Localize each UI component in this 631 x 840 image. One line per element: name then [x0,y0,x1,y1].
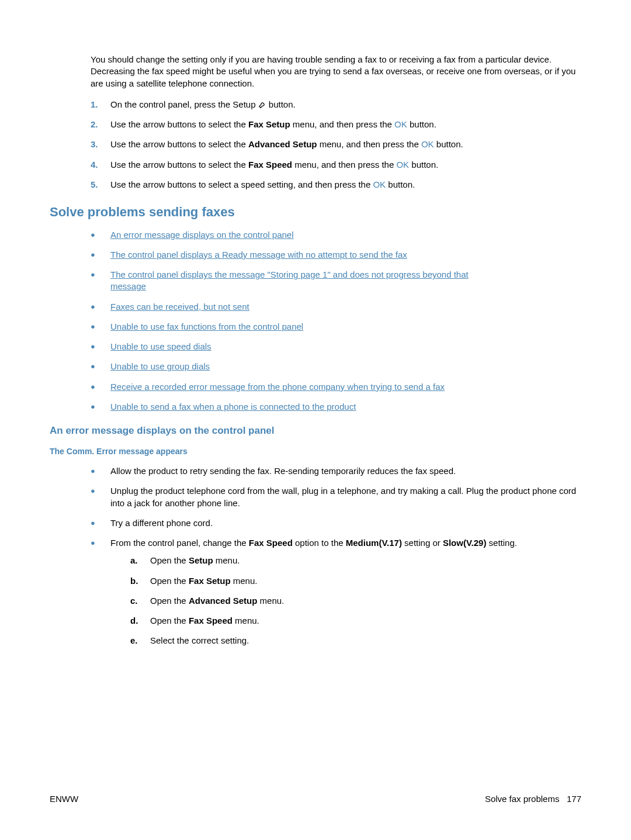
link-line-2: message [110,281,146,291]
text-part: menu. [257,596,284,606]
link-wrapper: The control panel displays a Ready messa… [110,249,581,261]
link-phone-connected[interactable]: Unable to send a fax when a phone is con… [110,402,356,412]
list-item: ●Allow the product to retry sending the … [91,465,581,477]
troubleshoot-list: ●Allow the product to retry sending the … [91,465,581,655]
list-text: Allow the product to retry sending the f… [110,465,581,477]
sub-step-text: Open the Fax Speed menu. [150,615,581,627]
text-part: On the control panel, press the Setup [110,99,258,109]
step-1: 1. On the control panel, press the Setup… [91,99,581,110]
link-wrapper: Unable to send a fax when a phone is con… [110,401,581,413]
link-line-1: The control panel displays the message "… [110,269,469,279]
bullet-icon: ● [91,301,110,313]
bold-text: Fax Setup [189,576,231,586]
link-wrapper: Faxes can be received, but not sent [110,301,581,313]
bold-text: Fax Speed [189,616,233,625]
bold-text: Setup [189,555,213,565]
bullet-icon: ● [91,537,110,549]
ok-text: OK [373,179,386,189]
bold-text: Medium(V.17) [346,538,402,548]
text-part: Open the [150,555,189,565]
footer-page-number: 177 [567,794,581,804]
link-recorded-error[interactable]: Receive a recorded error message from th… [110,382,445,392]
bullet-icon: ● [91,517,110,529]
bullet-icon: ● [91,401,110,413]
sub-step-letter: d. [130,615,150,627]
bold-text: Advanced Setup [189,596,258,606]
step-3: 3. Use the arrow buttons to select the A… [91,139,581,150]
text-part: button. [407,119,436,129]
ok-text: OK [394,119,407,129]
list-item: ●Unplug the product telephone cord from … [91,485,581,509]
footer-right: Solve fax problems 177 [485,793,581,805]
sub-step-letter: a. [130,555,150,566]
text-part: menu, and then press the [292,160,396,170]
bullet-icon: ● [91,381,110,393]
sub-heading-1: An error message displays on the control… [50,424,581,438]
step-number: 1. [91,99,110,110]
text-part: button. [434,139,463,149]
link-wrapper: Receive a recorded error message from th… [110,381,581,393]
link-list: ●An error message displays on the contro… [91,229,581,413]
bold-text: Fax Setup [248,119,290,129]
text-part: menu, and then press the [317,139,421,149]
step-2: 2. Use the arrow buttons to select the F… [91,119,581,130]
bullet-icon: ● [91,269,110,281]
link-wrapper: Unable to use speed dials [110,341,581,352]
bold-text: Fax Speed [248,160,292,170]
bold-text: Fax Speed [249,538,293,548]
sub-heading-2: The Comm. Error message appears [50,446,581,457]
sub-step-d: d.Open the Fax Speed menu. [130,615,581,627]
step-number: 5. [91,179,110,191]
sub-step-b: b.Open the Fax Setup menu. [130,575,581,587]
list-item: ● From the control panel, change the Fax… [91,537,581,655]
bullet-icon: ● [91,249,110,261]
text-part: From the control panel, change the [110,538,249,548]
content-block: You should change the setting only if yo… [91,54,581,655]
sub-step-text: Open the Setup menu. [150,555,581,566]
text-part: Use the arrow buttons to select the [110,119,248,129]
text-part: Use the arrow buttons to select a speed … [110,179,373,189]
text-part: Open the [150,576,189,586]
link-ready-no-attempt[interactable]: The control panel displays a Ready messa… [110,250,407,260]
sub-step-text: Open the Advanced Setup menu. [150,595,581,607]
bullet-icon: ● [91,341,110,352]
list-item: ●The control panel displays the message … [91,269,581,293]
step-text: Use the arrow buttons to select the Adva… [110,139,581,150]
list-item: ●Unable to use speed dials [91,341,581,352]
link-received-not-sent[interactable]: Faxes can be received, but not sent [110,302,249,312]
footer-section-name: Solve fax problems [485,794,560,804]
step-text: On the control panel, press the Setup bu… [110,99,581,110]
list-item: ●Unable to use fax functions from the co… [91,321,581,333]
bullet-icon: ● [91,321,110,333]
link-speed-dials[interactable]: Unable to use speed dials [110,341,212,351]
page: You should change the setting only if yo… [0,0,631,840]
text-part: button. [266,99,296,109]
link-fax-functions[interactable]: Unable to use fax functions from the con… [110,322,303,331]
step-4: 4. Use the arrow buttons to select the F… [91,159,581,171]
bold-text: Advanced Setup [248,139,317,149]
sub-step-e: e.Select the correct setting. [130,635,581,647]
link-wrapper: The control panel displays the message "… [110,269,581,293]
sub-step-text: Select the correct setting. [150,635,581,647]
step-text: Use the arrow buttons to select a speed … [110,179,581,191]
link-error-message[interactable]: An error message displays on the control… [110,230,294,240]
text-part: Use the arrow buttons to select the [110,160,248,170]
link-wrapper: Unable to use fax functions from the con… [110,321,581,333]
list-text: Try a different phone cord. [110,517,581,529]
section-heading: Solve problems sending faxes [50,203,581,221]
link-storing-page-1[interactable]: The control panel displays the message "… [110,269,469,291]
ok-text: OK [421,139,434,149]
text-part: Open the [150,616,189,625]
step-text: Use the arrow buttons to select the Fax … [110,159,581,171]
text-part: menu. [231,576,258,586]
sub-step-letter: e. [130,635,150,647]
text-part: Open the [150,596,189,606]
sub-step-a: a.Open the Setup menu. [130,555,581,566]
text-part: Use the arrow buttons to select the [110,139,248,149]
text-part: button. [409,160,438,170]
link-group-dials[interactable]: Unable to use group dials [110,361,210,371]
list-item: ●Unable to send a fax when a phone is co… [91,401,581,413]
text-part: menu. [233,616,259,625]
text-part: setting or [402,538,443,548]
wrench-icon [258,100,266,108]
